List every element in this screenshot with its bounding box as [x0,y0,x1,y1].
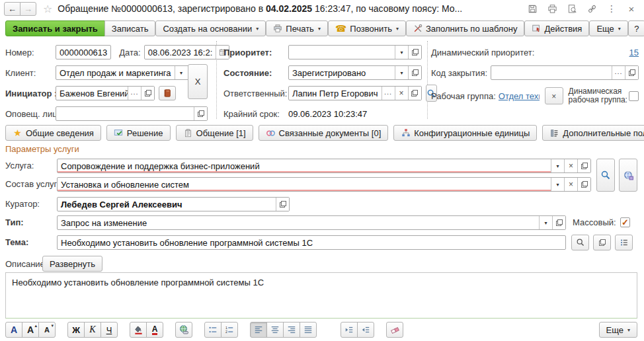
bullet-list-button[interactable] [204,322,221,338]
subject-list-button[interactable] [615,235,633,250]
open-icon[interactable] [408,87,421,100]
preview-icon[interactable] [566,3,578,15]
initiator-input[interactable]: Баженов Евгений Мак [56,86,155,100]
dropdown-icon[interactable] [175,66,188,79]
italic-button[interactable]: К [84,322,101,338]
align-justify-button[interactable] [300,322,317,338]
format-more-button[interactable]: Еще [599,322,637,338]
subject-search-button[interactable] [571,235,589,250]
actions-button[interactable]: Действия [524,20,589,36]
state-input[interactable]: Зарегистрировано [288,65,422,80]
indent-increase-button[interactable] [341,322,358,338]
clear-format-button[interactable] [386,322,403,338]
dropdown-icon[interactable] [551,178,564,191]
choose-icon[interactable] [128,87,141,100]
forward-button[interactable]: → [20,2,36,16]
choose-icon[interactable] [382,87,395,100]
indent-decrease-button[interactable] [357,322,374,338]
save-and-close-button[interactable]: Записать и закрыть [5,20,105,36]
open-icon[interactable] [552,216,565,229]
dynamic-priority-label: Динамический приоритет: [431,48,534,57]
save-icon[interactable] [526,3,538,15]
tab-configuration-units[interactable]: Конфигурационные единицы [393,125,537,141]
clear-icon[interactable] [564,178,577,191]
service-input[interactable]: Сопровождение и поддержка бизнес-приложе… [57,159,591,173]
open-icon[interactable] [408,66,421,79]
open-icon[interactable] [408,46,421,59]
up-arrow-icon: ▴ [34,323,37,328]
workgroup-link[interactable]: Отдел техн... [499,91,540,101]
tab-communication[interactable]: Общение [1] [176,125,253,141]
date-input[interactable]: 08.06.2023 16:2: [144,45,230,59]
font-size-down-button[interactable]: А▾ [38,322,56,338]
open-icon[interactable] [577,159,590,172]
font-size-up-button[interactable]: А▴ [22,322,39,338]
service-part-input[interactable]: Установка и обновление систем [57,177,591,192]
align-center-button[interactable] [266,322,284,338]
open-icon[interactable] [141,87,154,100]
print-button[interactable]: Печать [266,20,328,36]
numbered-list-button[interactable]: 12 [221,322,238,338]
font-button[interactable]: А [5,322,22,338]
clear-icon[interactable] [395,87,408,100]
service-network-button[interactable] [619,159,637,192]
dynamic-priority-link[interactable]: 15 [629,48,639,57]
fill-by-template-button[interactable]: Заполнить по шаблону [406,20,524,36]
print-icon[interactable] [546,3,558,15]
open-icon[interactable] [625,66,638,79]
bold-button[interactable]: Ж [67,322,85,338]
close-code-input[interactable] [491,65,639,80]
dropdown-icon[interactable] [539,216,552,229]
priority-input[interactable] [288,45,422,59]
open-icon[interactable] [577,178,590,191]
save-button[interactable]: Записать [104,20,156,36]
notify-persons-input[interactable] [56,106,208,121]
help-button[interactable]: ? [628,20,644,36]
create-based-on-button[interactable]: Создать на основании [155,20,266,36]
hyperlink-button[interactable] [175,322,192,338]
tab-general[interactable]: ★ Общие сведения [5,125,101,141]
type-input[interactable]: Запрос на изменение [57,215,566,230]
service-search-button[interactable] [596,159,615,192]
more-button[interactable]: Еще [589,20,627,36]
workgroup-clear-button[interactable] [545,87,563,104]
open-icon[interactable] [194,107,207,120]
responsible-label: Ответственный: [223,89,288,98]
back-button[interactable]: ← [4,2,20,16]
client-input[interactable]: Отдел продаж и маркетинга [56,65,202,80]
font-color-button[interactable]: А [146,322,163,338]
clear-icon[interactable] [564,159,577,172]
open-icon[interactable] [276,198,289,211]
tab-additional-fields[interactable]: Дополнительные поля [2] [542,125,644,141]
curator-input[interactable]: Лебедев Сергей Алексеевич [57,197,290,211]
expand-description-button[interactable]: Развернуть [42,256,102,272]
align-left-button[interactable] [250,322,267,338]
contact-book-button[interactable] [159,86,176,100]
call-button[interactable]: ☎ Позвонить [328,20,406,36]
description-editor[interactable]: Необходимо установить обновление програм… [5,272,637,319]
responsible-input[interactable]: Лапин Петр Егорович [288,86,422,100]
tab-solution[interactable]: Решение [106,125,171,141]
command-bar: Записать и закрыть Записать Создать на о… [0,20,644,37]
number-input[interactable]: 0000000613 [56,45,111,59]
dynamic-workgroup-checkbox[interactable] [629,91,639,101]
subject-input[interactable]: Необходимо установить обновление програм… [57,235,566,250]
underline-button[interactable]: Ч [101,322,118,338]
close-icon[interactable] [625,3,637,15]
clear-client-button[interactable]: X [188,64,208,99]
forward-icon: → [24,4,32,14]
mass-checkbox[interactable] [620,217,630,227]
title-bar: ← → ☆ Обращение №0000000613, зарегистрир… [0,0,644,17]
more-vertical-icon[interactable] [606,3,618,15]
dropdown-icon[interactable] [551,159,564,172]
link-icon[interactable] [586,3,598,15]
subject-open-button[interactable] [593,235,611,250]
dropdown-icon[interactable] [395,46,408,59]
align-right-button[interactable] [283,322,300,338]
call-label: Позвонить [350,24,392,34]
favorite-star-icon[interactable]: ☆ [43,3,52,15]
choose-icon[interactable] [612,66,625,79]
highlight-color-button[interactable] [130,322,147,338]
tab-linked-documents[interactable]: Связанные документы [0] [259,125,389,141]
dropdown-icon[interactable] [395,66,408,79]
